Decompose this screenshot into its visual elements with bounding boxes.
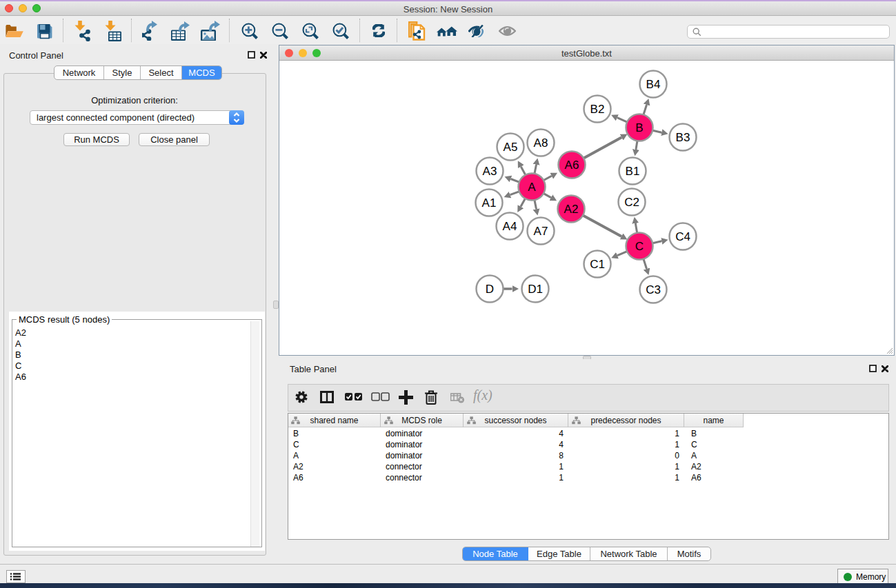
- svg-text:B1: B1: [626, 165, 640, 178]
- svg-text:B4: B4: [646, 78, 661, 91]
- svg-text:B2: B2: [590, 103, 605, 116]
- svg-text:B3: B3: [676, 131, 690, 144]
- svg-text:A3: A3: [483, 165, 497, 178]
- svg-text:C1: C1: [590, 258, 605, 271]
- svg-text:A2: A2: [564, 203, 579, 216]
- svg-text:C2: C2: [624, 196, 639, 209]
- svg-text:A6: A6: [565, 159, 579, 172]
- svg-text:C: C: [635, 240, 644, 253]
- svg-text:C3: C3: [646, 283, 661, 296]
- svg-text:A4: A4: [503, 220, 517, 233]
- svg-text:D1: D1: [528, 283, 543, 296]
- svg-text:A7: A7: [534, 225, 548, 238]
- svg-text:A8: A8: [534, 136, 548, 150]
- svg-text:A5: A5: [504, 141, 518, 154]
- svg-text:C4: C4: [675, 230, 690, 243]
- svg-text:D: D: [486, 283, 494, 296]
- svg-text:A1: A1: [482, 196, 497, 210]
- svg-text:B: B: [635, 121, 643, 134]
- svg-text:A: A: [528, 181, 536, 194]
